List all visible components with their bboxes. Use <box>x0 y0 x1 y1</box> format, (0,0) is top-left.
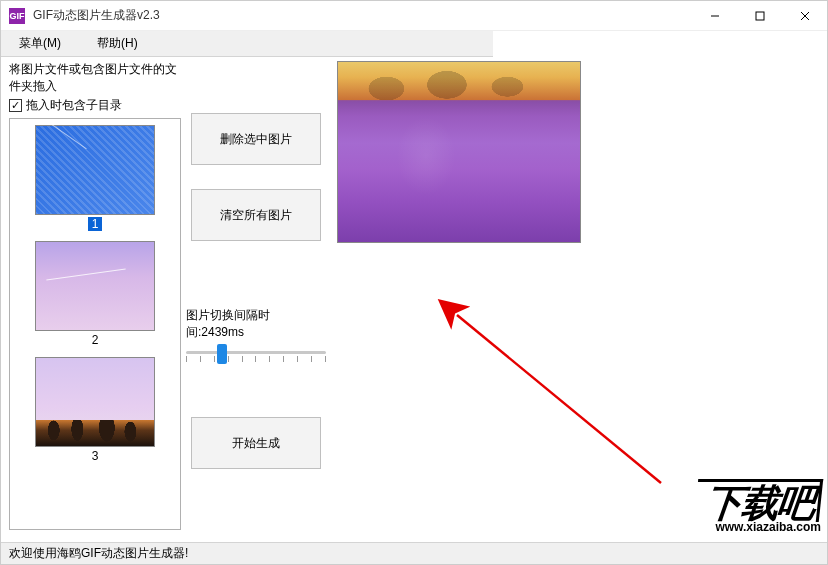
checkbox-label: 拖入时包含子目录 <box>26 97 122 114</box>
list-item[interactable]: 3 <box>35 357 155 463</box>
delete-selected-button[interactable]: 删除选中图片 <box>191 113 321 165</box>
thumbnail-label: 2 <box>88 333 103 347</box>
interval-value: 2439ms <box>201 325 244 339</box>
close-button[interactable] <box>782 1 827 31</box>
thumbnail-image <box>35 125 155 215</box>
thumbnail-label: 1 <box>88 217 103 231</box>
minimize-button[interactable] <box>692 1 737 31</box>
title-bar: GIF GIF动态图片生成器v2.3 <box>1 1 827 31</box>
list-item[interactable]: 1 <box>35 125 155 231</box>
slider-track <box>186 351 326 354</box>
thumbnail-image <box>35 241 155 331</box>
start-generate-button[interactable]: 开始生成 <box>191 417 321 469</box>
menu-main[interactable]: 菜单(M) <box>1 31 79 56</box>
preview-column <box>331 57 581 537</box>
clear-all-button[interactable]: 清空所有图片 <box>191 189 321 241</box>
preview-image <box>337 61 581 243</box>
left-column: 将图片文件或包含图片文件的文件夹拖入 ✓ 拖入时包含子目录 1 2 3 <box>1 57 181 537</box>
thumbnail-image <box>35 357 155 447</box>
svg-rect-1 <box>756 12 764 20</box>
checkbox-icon: ✓ <box>9 99 22 112</box>
slider-thumb[interactable] <box>217 344 227 364</box>
main-area: 将图片文件或包含图片文件的文件夹拖入 ✓ 拖入时包含子目录 1 2 3 删除选中… <box>1 57 827 537</box>
maximize-button[interactable] <box>737 1 782 31</box>
list-item[interactable]: 2 <box>35 241 155 347</box>
thumbnail-label: 3 <box>88 449 103 463</box>
status-bar: 欢迎使用海鸥GIF动态图片生成器! <box>1 542 827 564</box>
watermark: 下载吧 www.xiazaiba.com <box>691 479 821 534</box>
interval-section: 图片切换间隔时间:2439ms <box>186 307 326 373</box>
watermark-logo: 下载吧 <box>694 479 824 522</box>
window-controls <box>692 1 827 31</box>
interval-label: 图片切换间隔时间:2439ms <box>186 307 326 341</box>
thumbnail-list[interactable]: 1 2 3 <box>9 118 181 530</box>
status-text: 欢迎使用海鸥GIF动态图片生成器! <box>9 545 188 562</box>
include-subfolders-checkbox[interactable]: ✓ 拖入时包含子目录 <box>9 97 181 114</box>
app-icon: GIF <box>9 8 25 24</box>
window-title: GIF动态图片生成器v2.3 <box>33 7 160 24</box>
interval-slider[interactable] <box>186 345 326 373</box>
menu-help[interactable]: 帮助(H) <box>79 31 156 56</box>
slider-ticks <box>186 356 326 362</box>
drag-instruction: 将图片文件或包含图片文件的文件夹拖入 <box>9 61 181 95</box>
menu-bar: 菜单(M) 帮助(H) <box>1 31 493 57</box>
controls-column: 删除选中图片 清空所有图片 图片切换间隔时间:2439ms 开始生成 <box>181 57 331 537</box>
